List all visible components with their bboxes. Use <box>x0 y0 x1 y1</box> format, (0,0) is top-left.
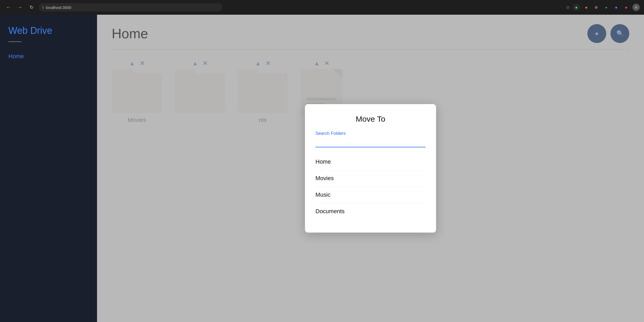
browser-extensions: ☆ ■ ■ ⚙ ● ■ ■ U <box>566 4 640 11</box>
url-text: localhost:3000 <box>46 5 71 10</box>
reload-button[interactable]: ↻ <box>27 3 36 12</box>
folder-item-documents[interactable]: Documents <box>315 203 426 219</box>
folder-item-home[interactable]: Home <box>315 154 426 170</box>
app-layout: Web Drive Home Home + 🔍 ▲ ✕ <box>0 15 644 322</box>
folder-item-music[interactable]: Music <box>315 187 426 203</box>
sidebar-item-home[interactable]: Home <box>8 51 89 61</box>
search-folders-label: Search Folders <box>315 131 426 136</box>
move-to-modal: Move To Search Folders Home Movies Music… <box>305 104 436 233</box>
ext-red[interactable]: ■ <box>622 4 630 11</box>
info-icon: ℹ <box>42 6 44 9</box>
title-drive: Drive <box>30 25 52 36</box>
ext-gear[interactable]: ⚙ <box>593 4 600 11</box>
profile-avatar[interactable]: U <box>632 4 640 11</box>
modal-title: Move To <box>315 115 426 124</box>
forward-button[interactable]: → <box>16 3 24 12</box>
ext-green[interactable]: ■ <box>573 4 580 11</box>
search-folders-input[interactable] <box>315 138 426 147</box>
back-button[interactable]: ← <box>4 3 13 12</box>
sidebar: Web Drive Home <box>0 15 97 322</box>
sidebar-divider <box>8 41 22 42</box>
ext-circle[interactable]: ● <box>603 4 610 11</box>
modal-overlay: Move To Search Folders Home Movies Music… <box>97 15 644 322</box>
title-web: Web <box>8 25 30 36</box>
folder-list: Home Movies Music Documents <box>315 154 426 219</box>
bookmark-icon[interactable]: ☆ <box>566 4 570 10</box>
app-title: Web Drive <box>8 25 89 36</box>
ext-orange[interactable]: ■ <box>583 4 590 11</box>
folder-item-movies[interactable]: Movies <box>315 170 426 187</box>
address-bar[interactable]: ℹ localhost:3000 <box>39 3 222 12</box>
browser-chrome: ← → ↻ ℹ localhost:3000 ☆ ■ ■ ⚙ ● ■ ■ U <box>0 0 644 15</box>
main-content: Home + 🔍 ▲ ✕ Movies <box>97 15 644 322</box>
ext-purple[interactable]: ■ <box>613 4 620 11</box>
